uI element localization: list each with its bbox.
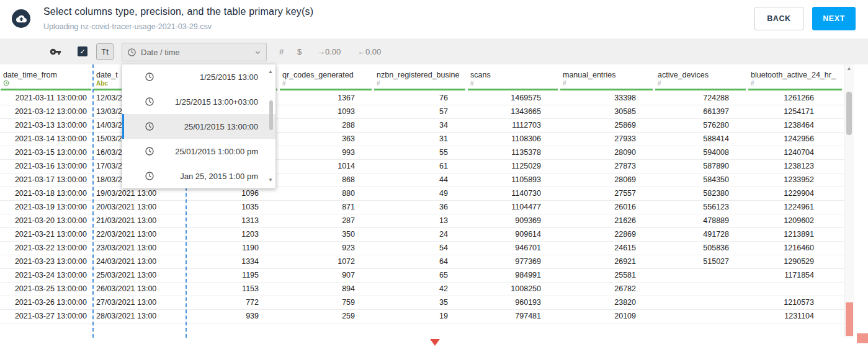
- table-cell: 515027: [655, 255, 748, 268]
- quality-bar: [560, 89, 653, 90]
- number-type-indicator: #: [377, 80, 467, 87]
- format-option[interactable]: 1/25/2015 13:00+03:00: [122, 89, 275, 114]
- table-cell: 2021-03-23 13:00:00: [0, 255, 93, 268]
- table-cell: 939: [186, 310, 279, 323]
- scroll-up-icon[interactable]: ▲: [844, 66, 854, 71]
- format-option[interactable]: 25/01/2015 1:00:00 pm: [122, 139, 275, 164]
- table-cell: 28090: [560, 146, 655, 159]
- table-cell: 1195: [186, 269, 279, 282]
- table-cell: 24615: [560, 242, 655, 255]
- table-cell: [655, 296, 748, 309]
- column-header-date_time_from[interactable]: date_time_from: [0, 64, 93, 92]
- table-cell: 1209602: [748, 214, 844, 227]
- back-button[interactable]: BACK: [754, 7, 803, 30]
- table-cell: 907: [279, 269, 374, 282]
- format-option-label: Jan 25, 2015 1:00 pm: [154, 172, 258, 181]
- table-cell: 35: [374, 296, 467, 309]
- table-cell: 993: [279, 146, 374, 159]
- table-cell: 2021-03-13 13:00:00: [0, 119, 93, 132]
- column-header-qr_codes_generated[interactable]: qr_codes_generated#: [279, 64, 374, 92]
- table-cell: 1153: [186, 283, 279, 296]
- table-cell: 26016: [560, 201, 655, 214]
- table-cell: 76: [374, 92, 467, 105]
- primary-key-button[interactable]: [47, 38, 63, 64]
- table-cell: 259: [279, 310, 374, 323]
- currency-type-button[interactable]: $: [297, 38, 302, 64]
- format-option-label: 25/01/2015 1:00:00 pm: [154, 147, 258, 156]
- table-cell: 2021-03-27 13:00:00: [0, 310, 93, 323]
- table-cell: 909369: [467, 214, 560, 227]
- number-type-indicator: #: [751, 80, 844, 87]
- table-cell: 363: [279, 133, 374, 146]
- popup-scroll-up-icon[interactable]: ▲: [268, 69, 273, 74]
- table-cell: 57: [374, 105, 467, 118]
- column-header-bluetooth_active_24_hr_[interactable]: bluetooth_active_24_hr_#: [748, 64, 844, 92]
- table-cell: 1231104: [748, 310, 844, 323]
- table-cell: 19: [374, 310, 467, 323]
- table-cell: 21/03/2021 13:00: [93, 214, 186, 227]
- table-cell: 923: [279, 242, 374, 255]
- table-row: 2021-03-22 13:00:0023/03/2021 13:0011909…: [0, 242, 844, 255]
- popup-scroll-down-icon[interactable]: ▼: [268, 178, 273, 183]
- next-button[interactable]: NEXT: [812, 7, 856, 30]
- column-header-scans[interactable]: scans#: [467, 64, 560, 92]
- quality-bar: [468, 89, 558, 90]
- number-type-button[interactable]: #: [279, 38, 284, 64]
- table-row: 2021-03-25 13:00:0026/03/2021 13:0011538…: [0, 283, 844, 296]
- table-cell: 478889: [655, 214, 748, 227]
- table-cell: 19/03/2021 13:00: [93, 187, 186, 200]
- table-cell: 1224961: [748, 201, 844, 214]
- table-cell: 1240704: [748, 146, 844, 159]
- scrollbar-thumb[interactable]: [846, 92, 852, 135]
- table-cell: 2021-03-14 13:00:00: [0, 133, 93, 146]
- table-cell: 1104477: [467, 201, 560, 214]
- table-cell: 1105893: [467, 174, 560, 187]
- table-cell: 22/03/2021 13:00: [93, 228, 186, 241]
- format-option[interactable]: 1/25/2015 13:00: [122, 64, 275, 89]
- vertical-scrollbar[interactable]: ▲: [844, 64, 854, 338]
- table-cell: 977369: [467, 255, 560, 268]
- upload-status: Uploading nz-covid-tracer-usage-2021-03-…: [43, 22, 212, 31]
- table-cell: 1238464: [748, 119, 844, 132]
- table-row: 2021-03-19 13:00:0020/03/2021 13:0010358…: [0, 201, 844, 214]
- precision-remove-button[interactable]: ←0.00: [357, 38, 381, 64]
- table-cell: 1254171: [748, 105, 844, 118]
- table-cell: 24: [374, 228, 467, 241]
- upload-badge: [12, 9, 30, 28]
- table-cell: 21626: [560, 214, 655, 227]
- table-cell: 27557: [560, 187, 655, 200]
- column-header-nzbn_registered_busine[interactable]: nzbn_registered_busine#: [374, 64, 467, 92]
- precision-add-button[interactable]: →0.00: [317, 38, 341, 64]
- column-header-manual_entries[interactable]: manual_entries#: [560, 64, 655, 92]
- table-cell: 2021-03-22 13:00:00: [0, 242, 93, 255]
- column-name: active_devices: [658, 71, 748, 79]
- table-cell: [655, 283, 748, 296]
- column-header-active_devices[interactable]: active_devices#: [655, 64, 748, 92]
- format-option[interactable]: Jan 25, 2015 1:00 pm: [122, 164, 275, 188]
- table-cell: 1093: [279, 105, 374, 118]
- quality-bar: [1, 89, 91, 90]
- date-format-dropdown: 1/25/2015 13:001/25/2015 13:00+03:0025/0…: [122, 64, 276, 188]
- popup-scrollbar-thumb[interactable]: [269, 100, 273, 130]
- quality-bar: [655, 89, 746, 90]
- column-type-toolbar: ✓ Tt Date / time # $ →0.00 ←0.00: [0, 38, 868, 64]
- text-type-button[interactable]: Tt: [96, 43, 114, 60]
- table-cell: 1216460: [748, 242, 844, 255]
- number-type-indicator: #: [282, 80, 374, 87]
- table-cell: 1367: [279, 92, 374, 105]
- key-icon: [50, 46, 61, 58]
- table-cell: 1261266: [748, 92, 844, 105]
- table-cell: 49: [374, 187, 467, 200]
- table-cell: 1238123: [748, 160, 844, 173]
- table-cell: 724288: [655, 92, 748, 105]
- table-cell: 28069: [560, 174, 655, 187]
- page-title: Select columns type, precision, and the …: [43, 6, 313, 17]
- format-option[interactable]: 25/01/2015 13:00:00: [122, 114, 275, 139]
- table-cell: 22869: [560, 228, 655, 241]
- table-cell: 1108306: [467, 133, 560, 146]
- type-dropdown[interactable]: Date / time: [122, 43, 267, 61]
- table-cell: 880: [279, 187, 374, 200]
- wizard-header: Select columns type, precision, and the …: [0, 0, 868, 38]
- table-row: 2021-03-24 13:00:0025/03/2021 13:0011959…: [0, 269, 844, 283]
- include-column-checkbox[interactable]: ✓: [78, 46, 87, 56]
